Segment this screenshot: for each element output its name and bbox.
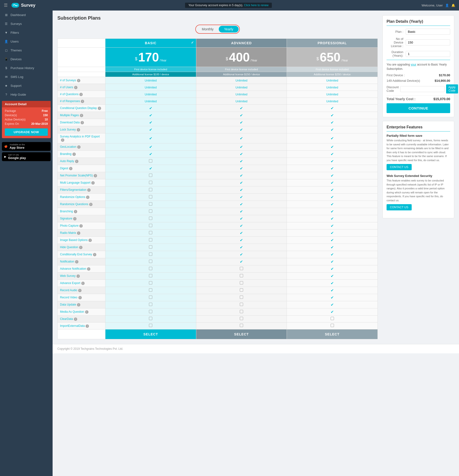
info-icon[interactable]: i xyxy=(79,93,83,96)
duration-input[interactable] xyxy=(406,51,450,57)
info-icon[interactable]: i xyxy=(81,121,84,124)
check-yes-icon: ✔ xyxy=(240,238,243,242)
info-icon[interactable]: i xyxy=(77,231,80,235)
advanced-feature-cell-20: ✔ xyxy=(196,222,287,230)
sidebar-item-users[interactable]: 👤 Users xyxy=(0,37,53,46)
googleplay-badge[interactable]: ▶ GET IT ON Google play xyxy=(2,152,51,161)
check-yes-icon: ✔ xyxy=(331,106,334,110)
plan-value-input[interactable] xyxy=(406,29,450,35)
advanced-period: /Year xyxy=(251,59,257,62)
professional-feature-cell-30: ✔ xyxy=(287,294,378,301)
first-device-cost-value: $170.00 xyxy=(439,73,450,77)
info-icon[interactable]: i xyxy=(77,79,80,82)
yearly-toggle-btn[interactable]: Yearly xyxy=(219,26,238,33)
alert-box: Your Gosurvey account expires in 5 day(s… xyxy=(185,3,272,8)
checkbox-empty xyxy=(240,303,243,306)
info-icon[interactable]: i xyxy=(72,153,76,156)
upgrade-link[interactable]: your xyxy=(411,63,416,66)
alert-link[interactable]: Click here to renew xyxy=(244,4,269,7)
check-yes-icon: ✔ xyxy=(331,303,334,307)
contact-us-button-0[interactable]: CONTACT US xyxy=(387,164,412,170)
sidebar-item-filters[interactable]: ▼ Filters xyxy=(0,28,53,37)
feature-name-cell-15: Filters/Segmentationi xyxy=(58,187,105,194)
info-icon[interactable]: i xyxy=(61,138,64,142)
hamburger-menu[interactable]: ☰ xyxy=(4,3,8,8)
info-icon[interactable]: i xyxy=(69,167,72,170)
info-icon[interactable]: i xyxy=(87,188,91,192)
advanced-feature-cell-34 xyxy=(196,323,287,330)
contact-us-button-1[interactable]: CONTACT US xyxy=(387,204,412,210)
info-icon[interactable]: i xyxy=(80,114,83,117)
basic-additional: Additional license $100 / device xyxy=(105,72,196,77)
info-icon[interactable]: i xyxy=(87,267,90,271)
info-icon[interactable]: i xyxy=(78,296,82,299)
basic-feature-cell-30 xyxy=(105,294,196,301)
feature-name-cell-3: # of Responsesi xyxy=(58,98,105,105)
info-icon[interactable]: i xyxy=(91,181,95,185)
professional-feature-cell-24: ✔ xyxy=(287,251,378,258)
info-icon[interactable]: i xyxy=(86,196,89,199)
professional-select-button[interactable]: SELECT xyxy=(287,330,377,339)
sidebar-item-themes[interactable]: ◻ Themes xyxy=(0,46,53,55)
appstore-badge[interactable]: 🍎 Available on the App Store xyxy=(2,142,51,151)
info-icon[interactable]: i xyxy=(77,303,80,306)
info-icon[interactable]: i xyxy=(88,238,92,242)
enterprise-feature-0: Partially filled form save While conduct… xyxy=(387,134,450,170)
discount-code-input[interactable] xyxy=(400,86,445,92)
info-icon[interactable]: i xyxy=(98,107,101,110)
sidebar-item-devices[interactable]: 📱 Devices xyxy=(0,55,53,64)
professional-feature-cell-13: ✔ xyxy=(287,172,378,179)
user-icon[interactable]: 👤 xyxy=(445,4,449,7)
sidebar-item-support[interactable]: ★ Support xyxy=(0,81,53,90)
info-icon[interactable]: i xyxy=(81,100,84,103)
professional-feature-cell-2: Unlimited xyxy=(287,91,378,98)
professional-feature-cell-3: Unlimited xyxy=(287,98,378,105)
continue-button[interactable]: CONTINUE xyxy=(387,103,450,113)
sidebar-item-purchase-history[interactable]: $ Purchase History xyxy=(0,64,53,72)
info-icon[interactable]: i xyxy=(74,86,77,89)
info-icon[interactable]: i xyxy=(74,317,77,321)
info-icon[interactable]: i xyxy=(78,289,82,292)
sidebar-item-surveys[interactable]: ☰ Surveys xyxy=(0,19,53,28)
info-icon[interactable]: i xyxy=(81,282,85,285)
pricing-panel: Subscription Plans Monthly Yearly BASIC … xyxy=(57,15,378,339)
info-icon[interactable]: i xyxy=(79,224,83,228)
unlimited-text: Unlimited xyxy=(145,93,157,96)
info-icon[interactable]: i xyxy=(94,174,97,177)
notification-icon[interactable]: 🔔 xyxy=(451,4,455,7)
checkbox-empty xyxy=(149,209,152,213)
sidebar-item-dashboard[interactable]: ⊞ Dashboard xyxy=(0,10,53,19)
info-icon[interactable]: i xyxy=(74,210,77,213)
check-yes-icon: ✔ xyxy=(331,174,334,178)
info-icon[interactable]: i xyxy=(77,145,81,149)
advanced-feature-cell-15: ✔ xyxy=(196,187,287,194)
apply-code-button[interactable]: Apply Code xyxy=(446,85,458,94)
sidebar-item-help-guide[interactable]: ? Help Guide xyxy=(0,90,53,99)
total-cost-row: Total Yearly Cost : $15,070.00 xyxy=(387,95,450,101)
monthly-toggle-btn[interactable]: Monthly xyxy=(196,26,219,33)
device-license-input[interactable] xyxy=(406,39,450,45)
sidebar-item-sms-log[interactable]: ✉ SMS Log xyxy=(0,72,53,81)
advanced-plan-name: ADVANCED xyxy=(231,41,252,45)
feature-name-cell-28: Advance Exporti xyxy=(58,280,105,287)
basic-select-button[interactable]: SELECT xyxy=(105,330,196,339)
total-cost-label: Total Yearly Cost : xyxy=(387,97,416,101)
info-icon[interactable]: i xyxy=(85,324,89,328)
info-icon[interactable]: i xyxy=(76,274,80,278)
info-icon[interactable]: i xyxy=(93,253,96,256)
info-icon[interactable]: i xyxy=(73,217,76,221)
upgrade-now-button[interactable]: UPGRADE NOW xyxy=(5,128,48,136)
info-icon[interactable]: i xyxy=(85,310,88,314)
feature-name-cell-9: GeoLocationi xyxy=(58,144,105,151)
device-license-row: No of Device License : xyxy=(387,37,450,48)
advanced-select-button[interactable]: SELECT xyxy=(196,330,287,339)
info-icon[interactable]: i xyxy=(75,160,78,163)
feature-name-cell-1: # of Usersi xyxy=(58,84,105,91)
info-icon[interactable]: i xyxy=(89,203,93,206)
info-icon[interactable]: i xyxy=(77,128,80,131)
check-yes-icon: ✔ xyxy=(149,106,152,110)
enterprise-feature-desc-1: This feature enables web survey to be co… xyxy=(387,178,450,202)
info-icon[interactable]: i xyxy=(75,260,78,264)
logo: Survey xyxy=(11,3,35,8)
info-icon[interactable]: i xyxy=(79,246,83,249)
